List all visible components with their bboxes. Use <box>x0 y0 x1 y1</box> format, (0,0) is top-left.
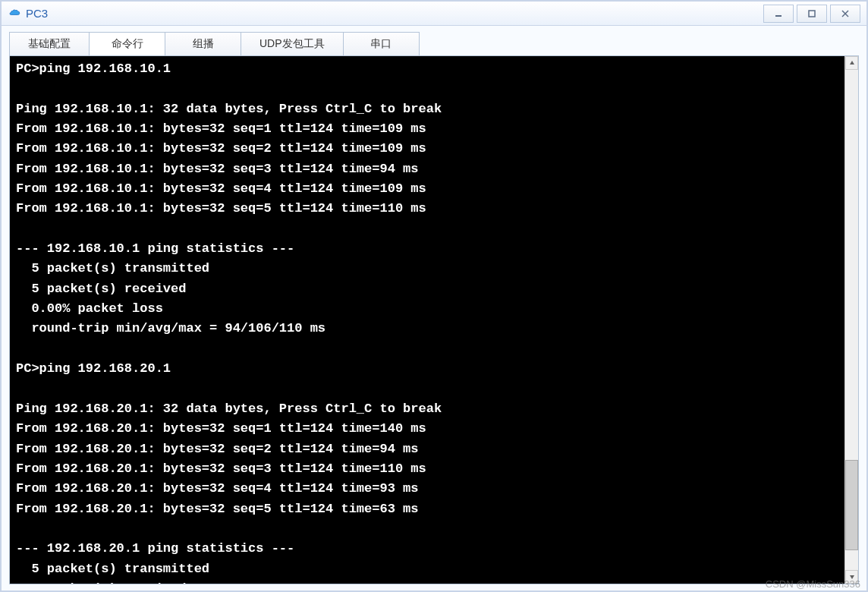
tab-serial[interactable]: 串口 <box>344 32 420 55</box>
tab-multicast[interactable]: 组播 <box>165 32 241 55</box>
svg-rect-1 <box>809 11 815 17</box>
app-icon <box>8 7 21 20</box>
app-window: PC3 基础配置 命令行 组播 UDP发包工具 串口 PC>ping 192.1… <box>0 0 868 592</box>
window-controls <box>760 5 860 23</box>
tab-command-line[interactable]: 命令行 <box>90 32 165 55</box>
titlebar: PC3 <box>2 2 866 26</box>
terminal-wrapper: PC>ping 192.168.10.1 Ping 192.168.10.1: … <box>9 55 859 584</box>
tabs: 基础配置 命令行 组播 UDP发包工具 串口 <box>9 32 859 55</box>
svg-marker-4 <box>850 61 854 65</box>
scroll-down-arrow[interactable] <box>845 570 858 584</box>
scroll-track[interactable] <box>845 70 858 570</box>
maximize-button[interactable] <box>797 5 827 23</box>
close-button[interactable] <box>830 5 860 23</box>
content-area: 基础配置 命令行 组播 UDP发包工具 串口 PC>ping 192.168.1… <box>2 26 866 590</box>
scroll-thumb[interactable] <box>845 460 858 550</box>
svg-marker-5 <box>850 575 854 579</box>
window-title: PC3 <box>26 7 48 20</box>
tab-basic-config[interactable]: 基础配置 <box>9 32 90 55</box>
scroll-up-arrow[interactable] <box>845 56 858 70</box>
minimize-button[interactable] <box>763 5 794 23</box>
terminal[interactable]: PC>ping 192.168.10.1 Ping 192.168.10.1: … <box>10 56 844 584</box>
titlebar-left: PC3 <box>8 7 48 20</box>
tab-udp-tool[interactable]: UDP发包工具 <box>241 32 344 55</box>
scrollbar[interactable] <box>844 56 858 584</box>
